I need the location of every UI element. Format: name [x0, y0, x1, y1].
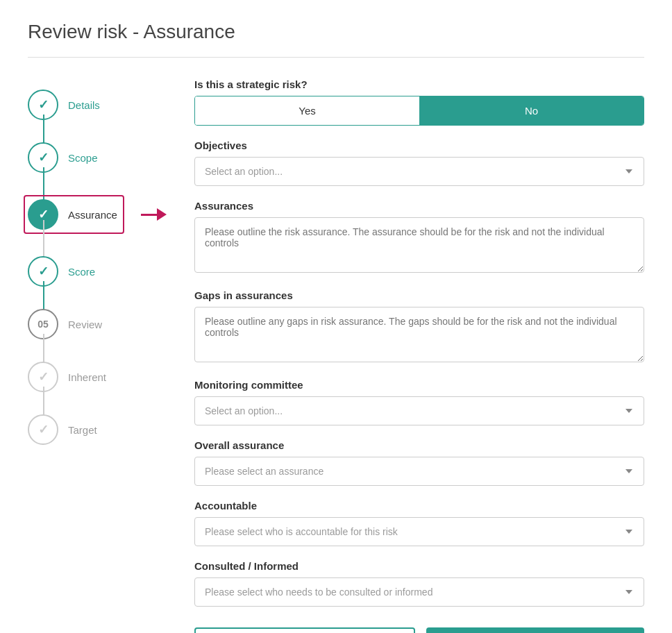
check-icon-score: [38, 264, 49, 279]
form-group-assurances: Assurances: [194, 200, 644, 276]
check-icon-assurance: [38, 207, 49, 222]
assurances-label: Assurances: [194, 200, 644, 212]
check-icon-target: [38, 422, 49, 437]
arrow-line: [141, 214, 157, 216]
sidebar: Details Scope Assurance: [28, 78, 167, 633]
gaps-textarea[interactable]: [194, 307, 644, 362]
step-circle-target: [28, 414, 58, 445]
sidebar-label-scope: Scope: [68, 152, 98, 164]
step-circle-review: 05: [28, 309, 58, 339]
main-layout: Details Scope Assurance: [28, 78, 644, 633]
form-group-objectives: Objectives Select an option...: [194, 140, 644, 186]
check-icon-details: [38, 97, 49, 112]
sidebar-label-review: Review: [68, 319, 102, 330]
arrow-head: [157, 208, 167, 221]
overall-assurance-select[interactable]: Please select an assurance: [194, 457, 644, 486]
form-group-strategic-risk: Is this a strategic risk? Yes No: [194, 78, 644, 126]
consulted-select[interactable]: Please select who needs to be consulted …: [194, 577, 644, 607]
sidebar-item-score[interactable]: Score: [28, 245, 167, 298]
check-icon-scope: [38, 150, 49, 165]
gaps-label: Gaps in assurances: [194, 289, 644, 301]
step-circle-scope: [28, 142, 58, 173]
objectives-select[interactable]: Select an option...: [194, 157, 644, 186]
assurances-textarea[interactable]: [194, 217, 644, 273]
accountable-select[interactable]: Please select who is accountable for thi…: [194, 517, 644, 546]
objectives-label: Objectives: [194, 140, 644, 151]
sidebar-label-inherent: Inherent: [68, 371, 106, 383]
yes-button[interactable]: Yes: [195, 96, 419, 125]
sidebar-item-assurance[interactable]: Assurance: [28, 184, 167, 245]
form-group-consulted: Consulted / Informed Please select who n…: [194, 560, 644, 607]
form-group-accountable: Accountable Please select who is account…: [194, 500, 644, 546]
toggle-group-strategic-risk: Yes No: [194, 96, 644, 126]
step-circle-score: [28, 256, 58, 287]
step-number-review: 05: [37, 319, 49, 330]
sidebar-label-score: Score: [68, 266, 95, 278]
step-circle-inherent: [28, 362, 58, 392]
form-group-monitoring: Monitoring committee Select an option...: [194, 379, 644, 425]
step-circle-details: [28, 90, 58, 120]
step-circle-assurance: [28, 199, 58, 230]
accountable-label: Accountable: [194, 500, 644, 512]
sidebar-item-inherent[interactable]: Inherent: [28, 351, 167, 403]
sidebar-label-assurance: Assurance: [68, 209, 117, 221]
page-container: Review risk - Assurance Details Scope: [0, 0, 672, 633]
divider: [28, 57, 644, 58]
monitoring-select[interactable]: Select an option...: [194, 396, 644, 425]
next-button[interactable]: Next: [426, 627, 644, 633]
form-area: Is this a strategic risk? Yes No Objecti…: [194, 78, 644, 633]
button-row: Previous Next: [194, 627, 644, 633]
form-group-overall-assurance: Overall assurance Please select an assur…: [194, 439, 644, 486]
active-step-box: Assurance: [24, 195, 124, 234]
consulted-label: Consulted / Informed: [194, 560, 644, 572]
page-title: Review risk - Assurance: [28, 21, 644, 43]
sidebar-item-review[interactable]: 05 Review: [28, 298, 167, 351]
previous-button[interactable]: Previous: [194, 627, 415, 633]
sidebar-label-target: Target: [68, 424, 97, 436]
overall-assurance-label: Overall assurance: [194, 439, 644, 451]
arrow: [141, 208, 167, 221]
check-icon-inherent: [38, 369, 49, 385]
sidebar-item-details[interactable]: Details: [28, 78, 167, 131]
monitoring-label: Monitoring committee: [194, 379, 644, 391]
no-button[interactable]: No: [419, 96, 644, 125]
sidebar-item-target[interactable]: Target: [28, 403, 167, 456]
strategic-risk-label: Is this a strategic risk?: [194, 78, 644, 90]
form-group-gaps: Gaps in assurances: [194, 289, 644, 365]
sidebar-item-scope[interactable]: Scope: [28, 131, 167, 184]
sidebar-label-details: Details: [68, 99, 100, 111]
